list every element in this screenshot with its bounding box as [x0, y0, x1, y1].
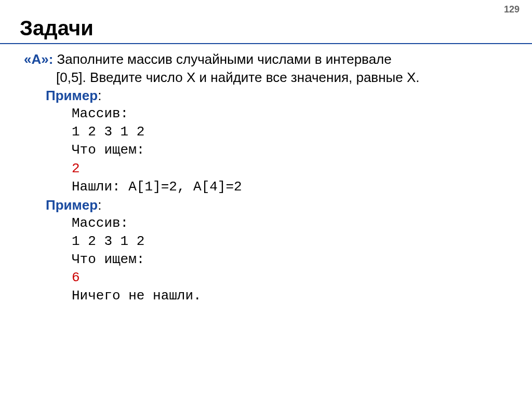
example-1-line-5: Нашли: A[1]=2, A[4]=2 [72, 178, 532, 196]
example-2-line-4: 6 [72, 269, 532, 287]
title-divider [0, 43, 532, 44]
example-1-label: Пример: [24, 87, 532, 105]
example-2-block: Массив: 1 2 3 1 2 Что ищем: 6 Ничего не … [24, 214, 532, 305]
example-1-line-2: 1 2 3 1 2 [72, 123, 532, 141]
task-label: «A»: [24, 51, 53, 67]
example-2-line-1: Массив: [72, 214, 532, 232]
content-area: «A»: Заполните массив случайными числами… [0, 50, 532, 305]
example-2-line-2: 1 2 3 1 2 [72, 232, 532, 251]
example-2-word: Пример [46, 197, 98, 213]
example-2-colon: : [98, 197, 101, 213]
example-1-line-4: 2 [72, 160, 532, 178]
page-number: 129 [504, 4, 520, 15]
task-line-1: «A»: Заполните массив случайными числами… [24, 50, 532, 68]
task-text-1: Заполните массив случайными числами в ин… [53, 51, 391, 67]
task-text-2: [0,5]. Введите число X и найдите все зна… [24, 68, 532, 87]
example-1-colon: : [98, 88, 101, 103]
example-1-word: Пример [46, 88, 98, 103]
example-2-label: Пример: [24, 196, 532, 214]
example-1-block: Массив: 1 2 3 1 2 Что ищем: 2 Нашли: A[1… [24, 105, 532, 196]
example-1-line-3: Что ищем: [72, 141, 532, 159]
example-2-line-5: Ничего не нашли. [72, 287, 532, 305]
example-2-line-3: Что ищем: [72, 251, 532, 269]
example-1-line-1: Массив: [72, 105, 532, 123]
page-title: Задачи [0, 0, 532, 43]
